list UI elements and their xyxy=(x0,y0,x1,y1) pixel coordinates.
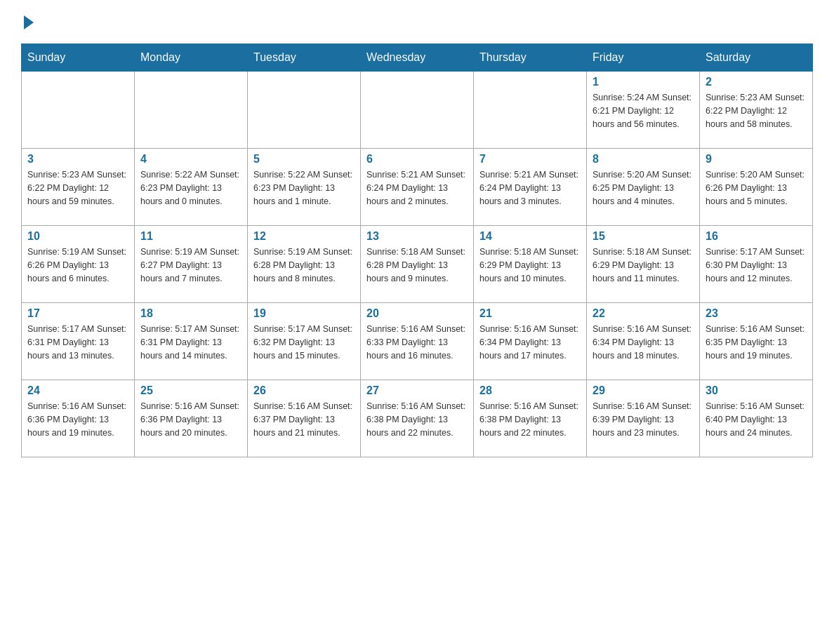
day-number: 27 xyxy=(366,384,468,397)
day-number: 15 xyxy=(593,230,694,243)
calendar-cell: 24Sunrise: 5:16 AM Sunset: 6:36 PM Dayli… xyxy=(22,380,135,457)
day-info: Sunrise: 5:24 AM Sunset: 6:21 PM Dayligh… xyxy=(593,91,694,130)
day-info: Sunrise: 5:20 AM Sunset: 6:26 PM Dayligh… xyxy=(706,168,807,208)
day-of-week-header: Saturday xyxy=(700,44,813,72)
calendar-cell: 25Sunrise: 5:16 AM Sunset: 6:36 PM Dayli… xyxy=(135,380,248,457)
day-of-week-header: Monday xyxy=(135,44,248,72)
day-info: Sunrise: 5:19 AM Sunset: 6:27 PM Dayligh… xyxy=(140,246,241,285)
day-info: Sunrise: 5:16 AM Sunset: 6:34 PM Dayligh… xyxy=(479,323,581,362)
calendar-cell: 6Sunrise: 5:21 AM Sunset: 6:24 PM Daylig… xyxy=(361,149,474,226)
day-number: 18 xyxy=(140,307,241,320)
calendar-cell: 3Sunrise: 5:23 AM Sunset: 6:22 PM Daylig… xyxy=(22,149,135,226)
day-number: 26 xyxy=(253,384,355,397)
day-number: 1 xyxy=(593,76,694,88)
calendar-cell: 12Sunrise: 5:19 AM Sunset: 6:28 PM Dayli… xyxy=(248,226,361,303)
day-info: Sunrise: 5:19 AM Sunset: 6:28 PM Dayligh… xyxy=(253,246,355,285)
day-info: Sunrise: 5:18 AM Sunset: 6:28 PM Dayligh… xyxy=(366,246,468,285)
calendar-cell: 18Sunrise: 5:17 AM Sunset: 6:31 PM Dayli… xyxy=(135,303,248,380)
calendar-cell: 23Sunrise: 5:16 AM Sunset: 6:35 PM Dayli… xyxy=(700,303,813,380)
day-info: Sunrise: 5:16 AM Sunset: 6:35 PM Dayligh… xyxy=(706,323,807,362)
day-info: Sunrise: 5:18 AM Sunset: 6:29 PM Dayligh… xyxy=(593,246,694,285)
day-of-week-header: Sunday xyxy=(22,44,135,72)
calendar-cell: 28Sunrise: 5:16 AM Sunset: 6:38 PM Dayli… xyxy=(474,380,587,457)
day-info: Sunrise: 5:16 AM Sunset: 6:36 PM Dayligh… xyxy=(27,400,128,439)
day-info: Sunrise: 5:16 AM Sunset: 6:33 PM Dayligh… xyxy=(366,323,468,362)
calendar-week-row: 24Sunrise: 5:16 AM Sunset: 6:36 PM Dayli… xyxy=(22,380,813,457)
day-info: Sunrise: 5:16 AM Sunset: 6:40 PM Dayligh… xyxy=(706,400,807,439)
calendar-cell: 30Sunrise: 5:16 AM Sunset: 6:40 PM Dayli… xyxy=(700,380,813,457)
day-number: 2 xyxy=(706,76,807,88)
calendar-cell: 9Sunrise: 5:20 AM Sunset: 6:26 PM Daylig… xyxy=(700,149,813,226)
calendar-week-row: 3Sunrise: 5:23 AM Sunset: 6:22 PM Daylig… xyxy=(22,149,813,226)
calendar-cell: 7Sunrise: 5:21 AM Sunset: 6:24 PM Daylig… xyxy=(474,149,587,226)
calendar-cell: 22Sunrise: 5:16 AM Sunset: 6:34 PM Dayli… xyxy=(587,303,700,380)
day-of-week-header: Tuesday xyxy=(248,44,361,72)
day-number: 13 xyxy=(366,230,468,243)
day-info: Sunrise: 5:22 AM Sunset: 6:23 PM Dayligh… xyxy=(253,168,355,208)
calendar-cell: 17Sunrise: 5:17 AM Sunset: 6:31 PM Dayli… xyxy=(22,303,135,380)
calendar-cell xyxy=(248,72,361,149)
calendar-week-row: 1Sunrise: 5:24 AM Sunset: 6:21 PM Daylig… xyxy=(22,72,813,149)
day-number: 19 xyxy=(253,307,355,320)
calendar-cell: 20Sunrise: 5:16 AM Sunset: 6:33 PM Dayli… xyxy=(361,303,474,380)
calendar-cell: 21Sunrise: 5:16 AM Sunset: 6:34 PM Dayli… xyxy=(474,303,587,380)
day-info: Sunrise: 5:17 AM Sunset: 6:32 PM Dayligh… xyxy=(253,323,355,362)
calendar-table: SundayMondayTuesdayWednesdayThursdayFrid… xyxy=(21,43,813,457)
day-info: Sunrise: 5:18 AM Sunset: 6:29 PM Dayligh… xyxy=(479,246,581,285)
day-number: 24 xyxy=(27,384,128,397)
day-number: 5 xyxy=(253,153,355,166)
day-info: Sunrise: 5:17 AM Sunset: 6:31 PM Dayligh… xyxy=(27,323,128,362)
day-info: Sunrise: 5:19 AM Sunset: 6:26 PM Dayligh… xyxy=(27,246,128,285)
calendar-cell: 26Sunrise: 5:16 AM Sunset: 6:37 PM Dayli… xyxy=(248,380,361,457)
day-number: 3 xyxy=(27,153,128,166)
day-of-week-header: Friday xyxy=(587,44,700,72)
day-number: 4 xyxy=(140,153,241,166)
day-number: 30 xyxy=(706,384,807,397)
day-number: 6 xyxy=(366,153,468,166)
day-number: 17 xyxy=(27,307,128,320)
day-info: Sunrise: 5:16 AM Sunset: 6:37 PM Dayligh… xyxy=(253,400,355,439)
calendar-cell: 11Sunrise: 5:19 AM Sunset: 6:27 PM Dayli… xyxy=(135,226,248,303)
day-number: 7 xyxy=(479,153,581,166)
day-number: 28 xyxy=(479,384,581,397)
day-info: Sunrise: 5:16 AM Sunset: 6:38 PM Dayligh… xyxy=(479,400,581,439)
calendar-cell: 19Sunrise: 5:17 AM Sunset: 6:32 PM Dayli… xyxy=(248,303,361,380)
calendar-cell: 10Sunrise: 5:19 AM Sunset: 6:26 PM Dayli… xyxy=(22,226,135,303)
day-info: Sunrise: 5:21 AM Sunset: 6:24 PM Dayligh… xyxy=(366,168,468,208)
day-of-week-header: Thursday xyxy=(474,44,587,72)
day-number: 20 xyxy=(366,307,468,320)
day-number: 9 xyxy=(706,153,807,166)
calendar-cell: 29Sunrise: 5:16 AM Sunset: 6:39 PM Dayli… xyxy=(587,380,700,457)
calendar-cell: 1Sunrise: 5:24 AM Sunset: 6:21 PM Daylig… xyxy=(587,72,700,149)
calendar-cell: 5Sunrise: 5:22 AM Sunset: 6:23 PM Daylig… xyxy=(248,149,361,226)
day-number: 10 xyxy=(27,230,128,243)
day-number: 23 xyxy=(706,307,807,320)
day-number: 8 xyxy=(593,153,694,166)
day-info: Sunrise: 5:16 AM Sunset: 6:39 PM Dayligh… xyxy=(593,400,694,439)
calendar-cell: 8Sunrise: 5:20 AM Sunset: 6:25 PM Daylig… xyxy=(587,149,700,226)
calendar-header-row: SundayMondayTuesdayWednesdayThursdayFrid… xyxy=(22,44,813,72)
day-of-week-header: Wednesday xyxy=(361,44,474,72)
calendar-cell: 14Sunrise: 5:18 AM Sunset: 6:29 PM Dayli… xyxy=(474,226,587,303)
day-number: 21 xyxy=(479,307,581,320)
day-number: 29 xyxy=(593,384,694,397)
day-info: Sunrise: 5:20 AM Sunset: 6:25 PM Dayligh… xyxy=(593,168,694,208)
calendar-week-row: 10Sunrise: 5:19 AM Sunset: 6:26 PM Dayli… xyxy=(22,226,813,303)
day-number: 12 xyxy=(253,230,355,243)
day-info: Sunrise: 5:17 AM Sunset: 6:30 PM Dayligh… xyxy=(706,246,807,285)
day-info: Sunrise: 5:16 AM Sunset: 6:36 PM Dayligh… xyxy=(140,400,241,439)
day-info: Sunrise: 5:17 AM Sunset: 6:31 PM Dayligh… xyxy=(140,323,241,362)
day-number: 25 xyxy=(140,384,241,397)
day-info: Sunrise: 5:16 AM Sunset: 6:34 PM Dayligh… xyxy=(593,323,694,362)
calendar-cell: 16Sunrise: 5:17 AM Sunset: 6:30 PM Dayli… xyxy=(700,226,813,303)
day-info: Sunrise: 5:21 AM Sunset: 6:24 PM Dayligh… xyxy=(479,168,581,208)
calendar-cell: 27Sunrise: 5:16 AM Sunset: 6:38 PM Dayli… xyxy=(361,380,474,457)
logo-arrow-icon xyxy=(24,15,34,29)
day-info: Sunrise: 5:23 AM Sunset: 6:22 PM Dayligh… xyxy=(27,168,128,208)
day-number: 14 xyxy=(479,230,581,243)
calendar-cell xyxy=(474,72,587,149)
calendar-week-row: 17Sunrise: 5:17 AM Sunset: 6:31 PM Dayli… xyxy=(22,303,813,380)
logo xyxy=(21,14,34,29)
day-info: Sunrise: 5:22 AM Sunset: 6:23 PM Dayligh… xyxy=(140,168,241,208)
calendar-cell: 4Sunrise: 5:22 AM Sunset: 6:23 PM Daylig… xyxy=(135,149,248,226)
